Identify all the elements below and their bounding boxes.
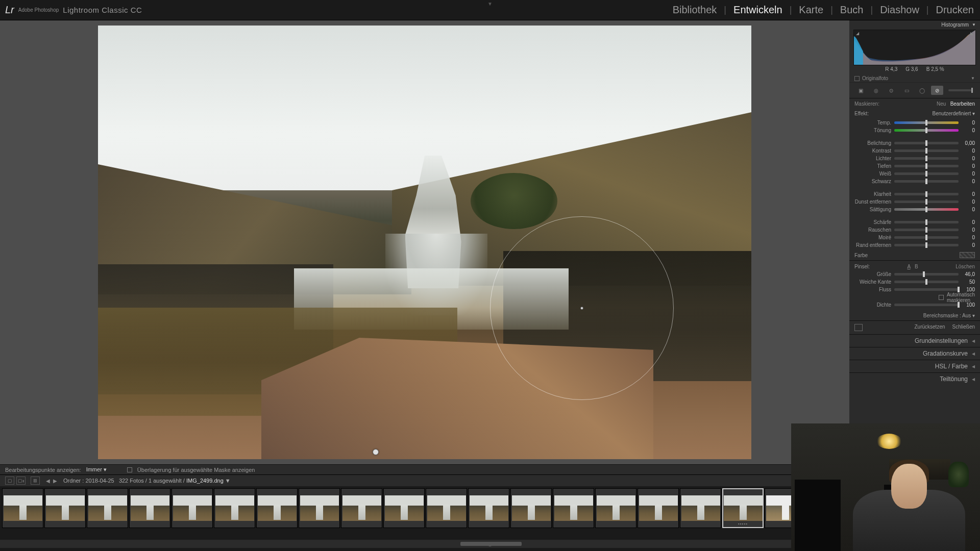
highlights-value[interactable]: 0 [962,156,975,161]
panel-tone-curve[interactable]: Gradationskurve◀ [849,347,980,360]
close-button[interactable]: Schließen [952,324,975,331]
noise-slider[interactable] [894,229,959,231]
module-print[interactable]: Drucken [936,4,974,16]
exposure-value[interactable]: 0,00 [962,140,975,146]
filmstrip-thumb[interactable] [172,488,213,528]
brush-density-value[interactable]: 100 [962,302,975,308]
brush-flow-slider[interactable] [894,288,959,291]
brush-feather-value[interactable]: 50 [962,279,975,285]
filmstrip-thumb[interactable] [595,488,636,528]
shadows-slider[interactable] [894,165,959,167]
sharpness-value[interactable]: 0 [962,219,975,225]
gradient-tool-icon[interactable]: ▭ [900,86,913,95]
module-map[interactable]: Karte [799,4,823,16]
tint-slider[interactable] [894,129,959,132]
filmstrip-thumb[interactable] [468,488,509,528]
filmstrip-path[interactable]: Ordner : 2018-04-25 322 Fotos / 1 ausgew… [63,478,231,484]
filmstrip-thumb[interactable] [214,488,255,528]
brush-tab-erase[interactable]: Löschen [955,264,975,269]
noise-value[interactable]: 0 [962,227,975,233]
shadows-value[interactable]: 0 [962,163,975,169]
histogram-collapse-icon[interactable]: ▼ [972,22,976,27]
filmstrip-thumb[interactable] [383,488,425,528]
radial-tool-icon[interactable]: ◯ [916,86,928,95]
reset-button[interactable]: Zurücksetzen [915,324,945,331]
crop-tool-icon[interactable]: ▣ [854,86,867,95]
filmstrip-thumb[interactable] [299,488,340,528]
show-pins-dropdown[interactable]: Immer ▾ [86,466,107,473]
grid-view-icon[interactable]: ⊞ [31,477,40,485]
filmstrip-thumb[interactable] [44,488,86,528]
clarity-value[interactable]: 0 [962,191,975,197]
exposure-slider[interactable] [894,142,959,144]
range-mask-row[interactable]: Bereichsmaske : Aus ▾ [849,311,980,320]
spot-tool-icon[interactable]: ◎ [870,86,882,95]
blacks-value[interactable]: 0 [962,179,975,184]
filmstrip-thumb[interactable] [510,488,552,528]
filmstrip-thumb[interactable] [129,488,170,528]
brush-tool-icon[interactable]: ⊘ [931,86,943,95]
panel-basic[interactable]: Grundeinstellungen◀ [849,334,980,347]
saturation-slider[interactable] [894,208,959,211]
dehaze-slider[interactable] [894,201,959,203]
whites-value[interactable]: 0 [962,171,975,177]
mask-new-tab[interactable]: Neu [937,101,946,107]
module-library[interactable]: Bibliothek [673,4,717,16]
contrast-value[interactable]: 0 [962,148,975,154]
moire-slider[interactable] [894,236,959,239]
highlight-clip-icon[interactable]: ◣ [970,31,973,36]
prev-photo-icon[interactable]: ◀ [45,478,51,484]
panel-toggle-bottom-icon[interactable]: ▲ [488,542,493,547]
tint-value[interactable]: 0 [962,128,975,133]
original-photo-checkbox[interactable] [854,76,860,81]
tool-amount-slider[interactable] [948,89,973,91]
filmstrip-thumb[interactable] [426,488,467,528]
filmstrip-thumb[interactable] [553,488,594,528]
brush-feather-slider[interactable] [894,281,959,283]
before-after-icon[interactable] [854,324,863,331]
temp-slider[interactable] [894,121,959,124]
filmstrip-thumb[interactable] [87,488,128,528]
filmstrip-thumb[interactable] [680,488,721,528]
color-swatch[interactable] [960,252,975,258]
defringe-slider[interactable] [894,244,959,246]
filmstrip-thumb[interactable]: ••••• [722,488,764,528]
module-slideshow[interactable]: Diashow [880,4,919,16]
panel-split-toning[interactable]: Teiltönung◀ [849,372,980,385]
next-photo-icon[interactable]: ▶ [52,478,58,484]
mask-edit-tab[interactable]: Bearbeiten [950,101,975,107]
saturation-value[interactable]: 0 [962,207,975,212]
automask-checkbox[interactable] [939,295,944,300]
whites-slider[interactable] [894,172,959,175]
brush-density-slider[interactable] [894,304,959,306]
adjustment-pin[interactable] [373,449,379,455]
temp-value[interactable]: 0 [962,120,975,126]
brush-tab-b[interactable]: B [915,264,918,269]
module-develop[interactable]: Entwickeln [733,4,782,16]
filmstrip-thumb[interactable] [638,488,679,528]
chevron-icon[interactable]: ▼ [971,76,975,81]
second-window-icon[interactable]: ▢₂ [16,477,26,485]
filmstrip-thumb[interactable] [341,488,382,528]
highlights-slider[interactable] [894,157,959,160]
histogram[interactable]: ◢ ◣ [853,30,976,65]
shadow-clip-icon[interactable]: ◢ [856,31,859,36]
clarity-slider[interactable] [894,193,959,195]
sharpness-slider[interactable] [894,221,959,223]
redeye-tool-icon[interactable]: ⊙ [885,86,897,95]
defringe-value[interactable]: 0 [962,242,975,248]
effect-dropdown[interactable]: Benutzerdefiniert ▾ [933,111,975,116]
dehaze-value[interactable]: 0 [962,199,975,205]
blacks-slider[interactable] [894,180,959,183]
contrast-slider[interactable] [894,149,959,152]
moire-value[interactable]: 0 [962,235,975,240]
panel-toggle-top-icon[interactable]: ▼ [487,1,493,7]
filmstrip-thumb[interactable] [2,488,43,528]
panel-hsl[interactable]: HSL / Farbe◀ [849,360,980,372]
module-book[interactable]: Buch [840,4,864,16]
main-window-icon[interactable]: ▢ [5,477,14,485]
brush-tab-a[interactable]: A [908,264,911,269]
photo-canvas[interactable] [98,26,751,459]
filmstrip-thumb[interactable] [256,488,298,528]
overlay-checkbox[interactable] [127,467,132,472]
